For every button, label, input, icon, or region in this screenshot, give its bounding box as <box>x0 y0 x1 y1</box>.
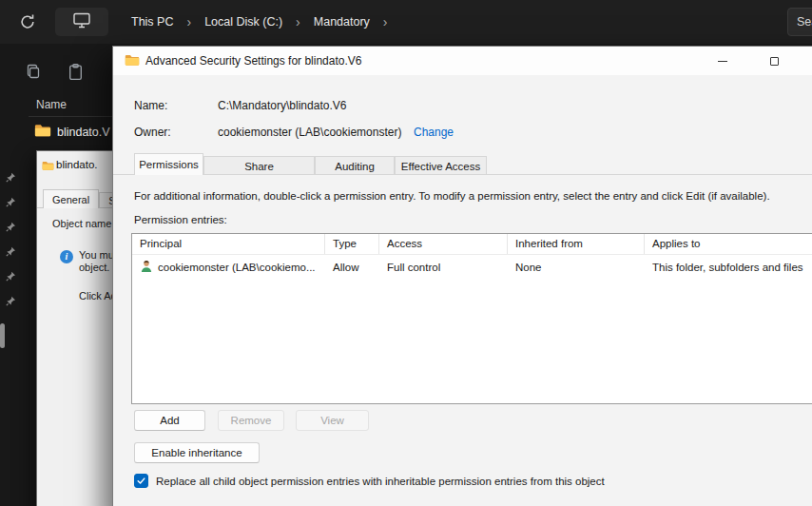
permission-entry-row[interactable]: cookiemonster (LAB\cookiemo... Allow Ful… <box>132 255 812 280</box>
entry-applies-to: This folder, subfolders and files <box>645 262 812 273</box>
info-text: Click Ad <box>79 290 117 302</box>
change-owner-link[interactable]: Change <box>414 126 454 139</box>
column-divider <box>29 116 112 117</box>
maximize-button[interactable] <box>758 47 790 75</box>
minimize-button[interactable] <box>706 47 739 75</box>
column-header-name[interactable]: Name <box>36 98 67 111</box>
table-header-row: Principal Type Access Inherited from App… <box>132 234 812 255</box>
pin-icon[interactable] <box>6 293 16 310</box>
breadcrumb-item-local-disk[interactable]: Local Disk (C:) <box>204 15 282 29</box>
entry-access: Full control <box>379 262 508 273</box>
breadcrumb-item-this-pc[interactable]: This PC <box>131 15 173 29</box>
paste-icon[interactable] <box>67 63 85 85</box>
copy-icon[interactable] <box>25 63 42 84</box>
info-text: object. <box>79 262 109 273</box>
tab-general[interactable]: General <box>43 189 99 208</box>
permissions-description: For additional information, double-click… <box>134 190 770 202</box>
dialog-title: Advanced Security Settings for blindato.… <box>145 54 361 68</box>
breadcrumb: This PC › Local Disk (C:) › Mandatory › <box>131 0 388 44</box>
pin-icon[interactable] <box>6 194 16 211</box>
entry-principal: cookiemonster (LAB\cookiemo... <box>158 262 316 273</box>
table-header-principal[interactable]: Principal <box>132 234 325 254</box>
permissions-table: Principal Type Access Inherited from App… <box>131 233 812 404</box>
user-icon <box>140 260 153 275</box>
properties-dialog-title: blindato. <box>56 159 97 170</box>
tab-permissions[interactable]: Permissions <box>134 153 203 175</box>
dialog-tabs: Permissions Share Auditing Effective Acc… <box>113 153 812 175</box>
breadcrumb-item-mandatory[interactable]: Mandatory <box>314 15 370 29</box>
name-label: Name: <box>134 99 167 112</box>
breadcrumb-chevron-icon: › <box>383 15 388 29</box>
remove-button[interactable]: Remove <box>218 410 284 431</box>
owner-label: Owner: <box>134 126 171 139</box>
inheritance-checkbox[interactable] <box>134 474 148 488</box>
maximize-icon <box>770 57 779 66</box>
info-icon: i <box>60 250 73 263</box>
entry-type: Allow <box>325 262 379 273</box>
name-value: C:\Mandatory\blindato.V6 <box>218 99 346 112</box>
rail-scroll-indicator[interactable] <box>0 323 5 348</box>
breadcrumb-chevron-icon: › <box>186 15 191 29</box>
replace-permissions-row: Replace all child object permission entr… <box>134 474 605 488</box>
tab-share[interactable]: Share <box>203 156 315 175</box>
checkbox-label[interactable]: Replace all child object permission entr… <box>156 476 605 487</box>
pin-icon[interactable] <box>6 243 16 261</box>
pc-icon <box>72 11 91 32</box>
file-row[interactable]: blindato.V <box>34 123 112 142</box>
view-button[interactable]: View <box>296 410 369 431</box>
folder-icon <box>34 124 51 142</box>
enable-inheritance-button[interactable]: Enable inheritance <box>134 442 260 463</box>
folder-icon <box>125 53 140 70</box>
tab-auditing[interactable]: Auditing <box>315 156 395 175</box>
explorer-address-bar: This PC › Local Disk (C:) › Mandatory › … <box>0 0 812 44</box>
entry-inherited-from: None <box>508 262 645 273</box>
table-header-applies-to[interactable]: Applies to <box>645 234 812 254</box>
pin-icon[interactable] <box>6 268 16 285</box>
this-pc-tab[interactable] <box>55 8 108 36</box>
table-header-access[interactable]: Access <box>379 234 508 254</box>
search-text: Sea <box>797 15 812 29</box>
folder-icon <box>42 158 54 175</box>
security-dialog: Advanced Security Settings for blindato.… <box>112 46 812 506</box>
table-header-inherited-from[interactable]: Inherited from <box>508 234 645 254</box>
check-icon <box>136 476 146 486</box>
pin-icon[interactable] <box>6 219 16 236</box>
breadcrumb-chevron-icon: › <box>296 15 300 29</box>
refresh-icon[interactable] <box>19 13 36 30</box>
search-input[interactable]: Sea <box>787 8 812 36</box>
add-button[interactable]: Add <box>134 410 205 431</box>
object-name-label: Object name <box>52 218 111 229</box>
table-header-type[interactable]: Type <box>325 234 379 254</box>
owner-value: cookiemonster (LAB\cookiemonster) <box>218 126 401 139</box>
permission-entries-label: Permission entries: <box>134 214 227 225</box>
screen: This PC › Local Disk (C:) › Mandatory › … <box>0 0 812 506</box>
dialog-titlebar: Advanced Security Settings for blindato.… <box>113 47 812 75</box>
tab-effective-access[interactable]: Effective Access <box>395 156 487 175</box>
pin-icon[interactable] <box>6 169 16 186</box>
minimize-icon <box>718 61 727 62</box>
file-name: blindato.V <box>57 126 110 139</box>
